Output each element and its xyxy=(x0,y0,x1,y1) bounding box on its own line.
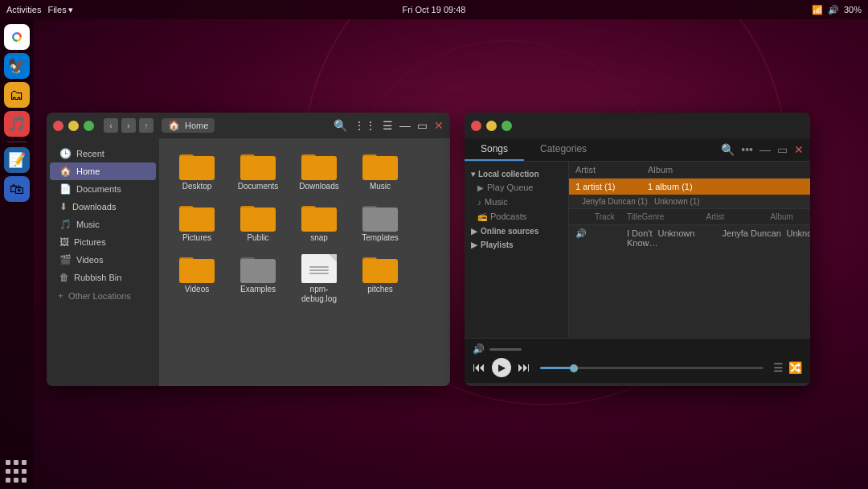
sidebar-play-queue[interactable]: ▶ Play Queue xyxy=(465,180,568,195)
music-player-tabs: Songs Categories 🔍 ••• — ▭ ✕ xyxy=(465,138,810,162)
sidebar-item-home[interactable]: 🏠 Home xyxy=(50,162,156,180)
snap-folder-icon xyxy=(301,203,337,232)
progress-bar[interactable] xyxy=(540,367,764,369)
sidebar-playlists[interactable]: ▶ Playlists xyxy=(465,237,568,251)
folder-desktop[interactable]: Desktop xyxy=(169,148,225,195)
sidebar-online-sources[interactable]: ▶ Online sources xyxy=(465,224,568,237)
file-manager-minimize-button[interactable] xyxy=(68,121,79,131)
menu-icon[interactable]: ☰ xyxy=(383,119,393,132)
downloads-folder-icon xyxy=(301,151,337,180)
volume-row: 🔊 xyxy=(473,343,802,355)
files-menu-arrow: ▾ xyxy=(68,5,73,15)
artist-row[interactable]: 1 artist (1) 1 album (1) xyxy=(569,179,810,195)
music-player-body: ▾ Local collection ▶ Play Queue ♪ Music … xyxy=(465,162,810,338)
track-artist: Jenyfa Duncan xyxy=(723,228,787,248)
files-menu[interactable]: Files ▾ xyxy=(47,5,72,15)
music-player-titlebar xyxy=(465,113,810,138)
npm-debug-file-icon xyxy=(301,254,337,283)
file-manager-close-button[interactable] xyxy=(53,121,63,131)
music-options-icon[interactable]: ••• xyxy=(741,143,753,156)
minimize-icon[interactable]: — xyxy=(399,119,411,132)
nav-back-button[interactable]: ‹ xyxy=(104,118,118,133)
show-apps-button[interactable] xyxy=(4,458,30,484)
title-col-header: Title xyxy=(627,212,642,221)
templates-folder-icon xyxy=(362,203,398,232)
dock-icon-chrome[interactable] xyxy=(4,24,30,50)
music-minimize-icon[interactable]: — xyxy=(760,143,771,156)
folder-snap[interactable]: snap xyxy=(291,199,347,246)
music-close-icon[interactable]: ✕ xyxy=(794,143,804,156)
dock-icon-files[interactable]: 🗂 xyxy=(4,82,30,108)
artist-sub-row[interactable]: Jenyfa Duncan (1) Unknown (1) xyxy=(569,195,810,208)
svg-point-1 xyxy=(14,35,20,40)
folder-examples[interactable]: Examples xyxy=(230,251,286,307)
downloads-icon: ⬇ xyxy=(59,201,68,212)
shuffle-icon[interactable]: 🔀 xyxy=(788,361,802,374)
folder-public[interactable]: Public xyxy=(230,199,286,246)
dock-icon-thunderbird[interactable]: 🦅 xyxy=(4,53,30,79)
sidebar-item-rubbish-bin[interactable]: 🗑 Rubbish Bin xyxy=(50,269,156,286)
music-player-main: Artist Album 1 artist (1) 1 album (1) Je… xyxy=(569,162,810,338)
documents-icon: 📄 xyxy=(59,183,72,195)
track-number xyxy=(595,228,627,248)
tab-songs[interactable]: Songs xyxy=(465,138,524,161)
file-npm-debug[interactable]: npm-debug.log xyxy=(291,251,347,307)
dock-icon-text-editor[interactable]: 📝 xyxy=(4,147,30,173)
sidebar-item-documents[interactable]: 📄 Documents xyxy=(50,180,156,198)
folder-pitches[interactable]: pitches xyxy=(352,251,408,307)
artist-sub-name: Jenyfa Duncan (1) xyxy=(582,197,654,206)
previous-button[interactable]: ⏮ xyxy=(473,360,485,375)
music-restore-icon[interactable]: ▭ xyxy=(777,143,788,156)
folder-videos[interactable]: Videos xyxy=(169,251,225,307)
play-button[interactable]: ▶ xyxy=(492,358,511,377)
sidebar-item-videos[interactable]: 🎬 Videos xyxy=(50,251,156,269)
dock-icon-app-store[interactable]: 🛍 xyxy=(4,176,30,202)
breadcrumb[interactable]: 🏠 Home xyxy=(162,118,215,133)
sidebar-other-locations[interactable]: ＋ Other Locations xyxy=(47,286,159,305)
file-manager-window: ‹ › ↑ 🏠 Home 🔍 ⋮⋮ ☰ — ▭ ✕ 🕒 Recent 🏠 Hom… xyxy=(47,113,450,386)
sidebar-music[interactable]: ♪ Music xyxy=(465,195,568,209)
battery-indicator[interactable]: 30% xyxy=(844,5,862,14)
music-player-maximize-button[interactable] xyxy=(502,121,512,131)
close-window-icon[interactable]: ✕ xyxy=(434,119,444,132)
wifi-icon: 📶 xyxy=(812,5,823,15)
public-folder-icon xyxy=(240,203,276,232)
music-icon: 🎵 xyxy=(59,219,72,230)
videos-folder-icon xyxy=(179,254,215,283)
folder-music[interactable]: Music xyxy=(352,148,408,195)
desktop-folder-icon xyxy=(179,151,215,180)
nav-forward-button[interactable]: › xyxy=(121,118,136,133)
sidebar-podcasts[interactable]: 📻 Podcasts xyxy=(465,209,568,224)
artist-track-col-header: Artist xyxy=(706,212,771,221)
search-music-icon[interactable]: 🔍 xyxy=(721,143,735,156)
restore-icon[interactable]: ▭ xyxy=(417,119,428,132)
nav-parent-button[interactable]: ↑ xyxy=(139,118,154,133)
track-genre: Unknown xyxy=(658,228,723,248)
chevron-right-icon: ▾ xyxy=(471,170,475,179)
sidebar-item-music[interactable]: 🎵 Music xyxy=(50,216,156,233)
tracks-header: Track Title Genre Artist Album Time xyxy=(569,208,810,225)
progress-thumb[interactable] xyxy=(570,364,578,372)
search-icon[interactable]: 🔍 xyxy=(334,119,347,132)
sidebar-item-recent[interactable]: 🕒 Recent xyxy=(50,145,156,162)
volume-bar[interactable] xyxy=(489,348,522,351)
folder-documents[interactable]: Documents xyxy=(230,148,286,195)
view-options-icon[interactable]: ⋮⋮ xyxy=(354,119,376,132)
activities-button[interactable]: Activities xyxy=(6,5,41,14)
folder-pictures[interactable]: Pictures xyxy=(169,199,225,246)
home-folder-icon: 🏠 xyxy=(59,166,72,177)
sidebar-item-downloads[interactable]: ⬇ Downloads xyxy=(50,198,156,216)
dock-icon-rhythmbox[interactable]: 🎵 xyxy=(4,111,30,137)
music-player-close-button[interactable] xyxy=(471,121,481,131)
track-row[interactable]: 🔊 I Don't Know… Unknown Jenyfa Duncan Un… xyxy=(569,225,810,251)
music-player-minimize-button[interactable] xyxy=(486,121,497,131)
file-manager-maximize-button[interactable] xyxy=(84,121,94,131)
sidebar-local-collection[interactable]: ▾ Local collection xyxy=(465,166,568,180)
file-manager-sidebar: 🕒 Recent 🏠 Home 📄 Documents ⬇ Downloads … xyxy=(47,138,159,386)
next-button[interactable]: ⏭ xyxy=(518,360,530,375)
folder-downloads[interactable]: Downloads xyxy=(291,148,347,195)
tab-categories[interactable]: Categories xyxy=(524,138,603,161)
sidebar-item-pictures[interactable]: 🖼 Pictures xyxy=(50,233,156,251)
folder-templates[interactable]: Templates xyxy=(352,199,408,246)
queue-icon[interactable]: ☰ xyxy=(773,361,784,374)
